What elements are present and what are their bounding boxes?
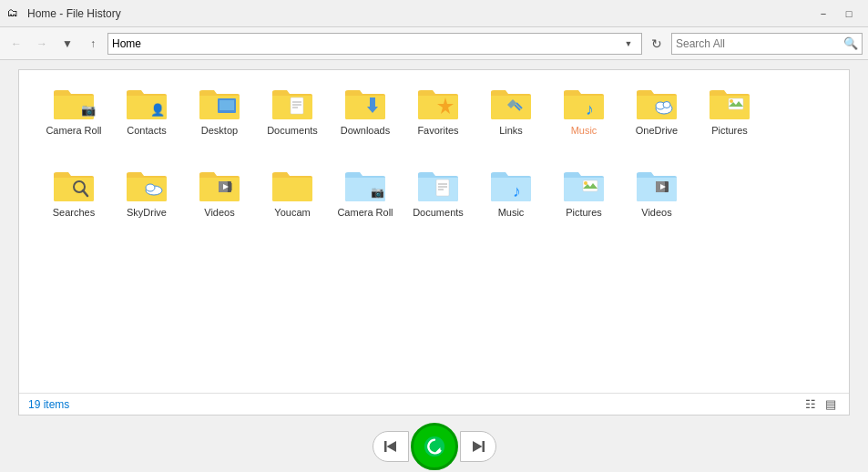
- list-item[interactable]: Pictures: [693, 79, 766, 161]
- folder-icon: [489, 85, 533, 121]
- folder-icon: ♪: [489, 167, 533, 203]
- list-item[interactable]: 📷 Camera Roll: [329, 161, 402, 243]
- address-bar: ▼: [107, 33, 642, 55]
- svg-rect-26: [436, 180, 449, 196]
- nav-bar: ← → ▼ ↑ ▼ ↻ 🔍: [0, 27, 868, 60]
- list-item[interactable]: Videos: [620, 161, 693, 243]
- svg-rect-3: [220, 100, 234, 110]
- folder-icon: 📷: [343, 167, 387, 203]
- status-bar: 19 items ☷ ▤: [19, 393, 849, 415]
- list-item[interactable]: Desktop: [183, 79, 256, 161]
- folder-label: Camera Roll: [46, 125, 101, 137]
- tiles-view-button[interactable]: ▤: [822, 396, 840, 413]
- back-button[interactable]: ←: [5, 33, 27, 55]
- folder-label: Links: [499, 125, 523, 137]
- refresh-button[interactable]: ↻: [646, 33, 668, 55]
- svg-point-19: [146, 184, 155, 191]
- list-item[interactable]: SkyDrive: [110, 161, 183, 243]
- folder-label: OneDrive: [636, 125, 678, 137]
- search-button[interactable]: 🔍: [843, 36, 858, 50]
- search-input[interactable]: [676, 37, 843, 50]
- folder-label: SkyDrive: [127, 207, 167, 219]
- list-item[interactable]: ♪ Music: [547, 79, 620, 161]
- forward-button[interactable]: →: [31, 33, 53, 55]
- svg-rect-4: [291, 97, 303, 114]
- list-item[interactable]: 👤 Contacts: [110, 79, 183, 161]
- folder-label: Desktop: [201, 125, 238, 137]
- folder-icon: 📷: [52, 85, 96, 121]
- folder-icon: 👤: [125, 85, 168, 121]
- folder-label: Music: [498, 207, 525, 219]
- window-title: Home - File History: [27, 7, 812, 20]
- list-item[interactable]: Documents: [256, 79, 329, 161]
- list-item[interactable]: Pictures: [547, 161, 620, 243]
- svg-text:📷: 📷: [371, 185, 384, 199]
- content-area: 📷 Camera Roll 👤 Contacts Desktop: [18, 69, 850, 416]
- list-item[interactable]: 📷 Camera Roll: [37, 79, 110, 161]
- list-item[interactable]: Searches: [37, 161, 110, 243]
- folder-label: Pictures: [711, 125, 748, 137]
- list-item[interactable]: OneDrive: [620, 79, 693, 161]
- folder-icon: [52, 167, 96, 203]
- svg-text:👤: 👤: [150, 102, 166, 118]
- svg-rect-36: [384, 441, 387, 452]
- folder-icon: [635, 85, 679, 121]
- folder-icon: [198, 85, 241, 121]
- folder-label: Searches: [53, 207, 95, 219]
- folder-icon: [271, 85, 314, 121]
- folder-label: Documents: [413, 207, 464, 219]
- svg-marker-37: [386, 441, 396, 452]
- list-item[interactable]: ♪ Music: [475, 161, 547, 243]
- list-item[interactable]: Favorites: [402, 79, 475, 161]
- folder-label: Youcam: [274, 207, 310, 219]
- up-button[interactable]: ↑: [82, 33, 104, 55]
- window-controls: − □: [812, 5, 861, 23]
- search-bar: 🔍: [671, 33, 863, 55]
- svg-point-13: [663, 102, 670, 108]
- skip-forward-button[interactable]: [460, 431, 496, 462]
- minimize-button[interactable]: −: [812, 5, 835, 23]
- svg-point-15: [730, 99, 733, 103]
- folder-icon: [416, 85, 460, 121]
- svg-text:📷: 📷: [81, 102, 96, 118]
- folder-label: Documents: [267, 125, 318, 137]
- app-icon: 🗂: [7, 6, 22, 21]
- skip-back-button[interactable]: [373, 431, 409, 462]
- list-item[interactable]: Downloads: [329, 79, 402, 161]
- folder-label: Videos: [204, 207, 234, 219]
- folder-label: Music: [571, 125, 597, 137]
- view-controls: ☷ ▤: [802, 396, 840, 413]
- list-item[interactable]: Youcam: [256, 161, 329, 243]
- folder-icon: [708, 85, 751, 121]
- svg-text:♪: ♪: [586, 100, 594, 118]
- details-view-button[interactable]: ☷: [802, 396, 820, 413]
- dropdown-button[interactable]: ▼: [56, 33, 78, 55]
- folder-icon: [562, 167, 606, 203]
- folder-icon: [198, 167, 241, 203]
- list-item[interactable]: Links: [475, 79, 547, 161]
- restore-button[interactable]: [411, 423, 458, 470]
- folder-label: Contacts: [127, 125, 166, 137]
- maximize-button[interactable]: □: [837, 5, 861, 23]
- folder-icon: [635, 167, 679, 203]
- list-item[interactable]: Documents: [402, 161, 475, 243]
- svg-point-32: [584, 181, 587, 185]
- folder-label: Pictures: [566, 207, 602, 219]
- folder-label: Favorites: [417, 125, 458, 137]
- folder-icon: [125, 167, 168, 203]
- address-dropdown-button[interactable]: ▼: [619, 34, 638, 54]
- address-input[interactable]: [112, 37, 619, 50]
- item-count: 19 items: [28, 398, 69, 411]
- folder-icon: [271, 167, 314, 203]
- folder-label: Downloads: [341, 125, 390, 137]
- svg-text:♪: ♪: [513, 182, 521, 200]
- folder-icon: [416, 167, 460, 203]
- folder-label: Videos: [641, 207, 671, 219]
- svg-marker-41: [473, 441, 483, 452]
- folders-container: 📷 Camera Roll 👤 Contacts Desktop: [19, 70, 849, 393]
- folder-icon: [343, 85, 387, 121]
- folder-icon: ♪: [562, 85, 606, 121]
- title-bar: 🗂 Home - File History − □: [0, 0, 868, 27]
- list-item[interactable]: Videos: [183, 161, 256, 243]
- svg-rect-40: [482, 441, 485, 452]
